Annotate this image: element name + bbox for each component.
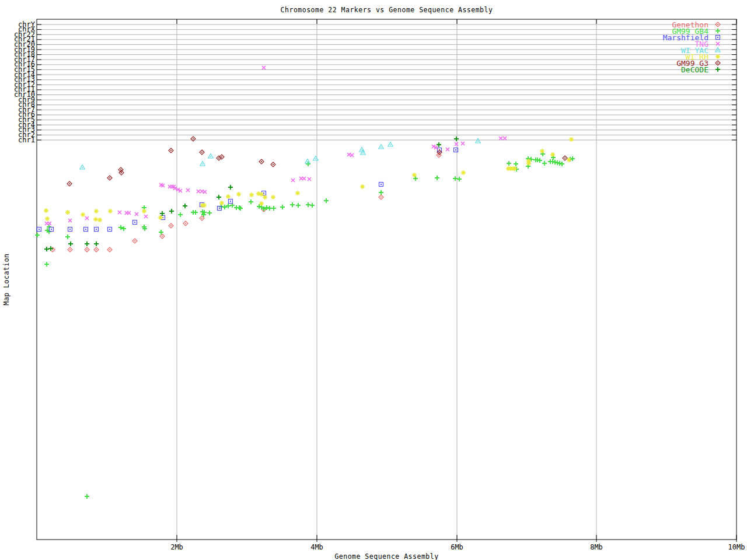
plot-border [37,19,736,540]
data-point [186,188,190,192]
data-point-dot [381,197,382,198]
data-point [65,235,70,239]
data-point-dot [109,177,110,178]
plot-area [0,0,747,560]
data-point-dot [261,161,262,162]
data-point-dot [362,153,364,154]
data-point [291,178,295,182]
data-point [499,136,502,140]
data-point [550,152,555,157]
data-point-dot [134,222,135,223]
data-point [68,219,72,222]
data-point [44,247,49,251]
data-point [542,161,547,166]
data-point [514,162,518,166]
data-point [360,184,365,189]
data-point [503,136,507,140]
data-point [178,212,183,217]
data-point [208,154,213,159]
data-point-dot [134,240,135,242]
data-point [197,190,200,193]
data-point [413,176,418,181]
data-point-dot [69,249,71,250]
data-point [412,173,417,177]
data-point [65,210,70,215]
data-point [44,262,49,267]
data-point-dot [307,162,308,163]
data-point [203,190,207,194]
data-point [108,209,113,214]
data-point-dot [170,225,172,226]
data-point [35,233,40,237]
data-point [236,192,241,197]
data-point [553,160,557,164]
data-point [169,209,174,214]
data-point [305,159,310,164]
data-point [435,176,439,180]
data-point [263,195,267,200]
data-point-dot [85,229,86,230]
data-point-dot [315,159,316,160]
data-point-dot [221,156,222,158]
data-point [555,160,560,165]
data-point-dot [39,229,40,230]
data-point-dot [69,229,71,230]
data-point-dot [96,229,97,230]
data-point [454,136,459,141]
data-point-dot [219,208,220,209]
data-point [476,139,480,144]
data-point-dot [455,149,456,150]
data-point-dot [361,150,362,151]
legend-item-label: DeCODE [592,66,708,73]
data-point-dot [273,164,274,165]
data-point [249,192,254,197]
data-point-dot [263,192,264,194]
data-point [716,42,720,46]
data-point [537,158,542,163]
data-point-dot [218,158,219,159]
data-point-dot [69,183,70,184]
data-point [296,203,301,208]
data-point-dot [717,37,718,38]
data-point [526,161,531,166]
y-tick-label: chr1 [0,137,35,143]
data-point-dot [381,184,382,185]
data-point [569,137,574,142]
x-tick-label: 6Mb [434,543,480,551]
data-point [44,208,48,213]
data-point [249,200,253,204]
data-point-dot [201,152,203,153]
data-point [226,194,231,199]
data-point [540,149,544,153]
data-point [457,177,462,181]
data-point [306,202,310,207]
data-point [118,211,121,214]
data-point [159,230,163,235]
data-point [219,201,224,205]
data-point [347,153,351,156]
data-point [313,156,318,161]
data-point [324,198,329,203]
data-point [94,242,99,246]
data-point-dot [717,50,718,51]
data-point [350,153,354,157]
data-point [81,212,85,217]
data-point [446,148,449,151]
data-point-dot [162,236,163,237]
data-point [280,205,285,209]
data-point [715,67,720,72]
chart-canvas: Chromosome 22 Markers vs Genome Sequence… [0,0,747,560]
data-point [262,66,266,69]
data-point-dot [717,62,718,64]
data-point [144,215,148,218]
data-point [183,204,187,208]
data-point-dot [230,201,231,202]
data-point [271,195,275,200]
data-point [461,170,466,175]
data-point [271,206,276,211]
data-point-dot [210,156,211,158]
data-point [388,142,393,147]
data-point [379,145,383,149]
data-point [308,177,311,181]
data-point [361,150,365,155]
